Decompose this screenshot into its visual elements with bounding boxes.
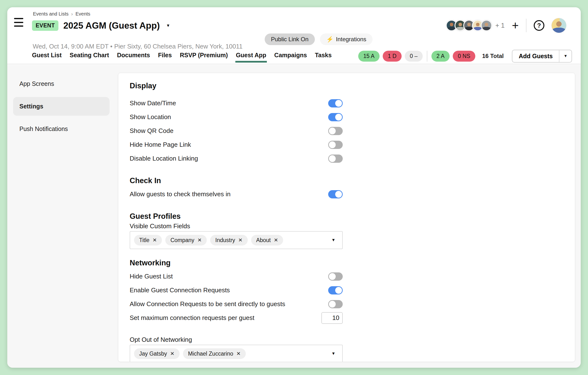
app-header: Events and Lists › Events EVENT 2025 AGM… [7, 7, 581, 64]
collaborator-avatars [446, 20, 492, 31]
remove-icon[interactable]: ✕ [198, 237, 202, 243]
setting-label: Show QR Code [130, 127, 174, 135]
toggle-hide-home-page-link[interactable] [328, 141, 343, 149]
toggle-show-qr-code[interactable] [328, 127, 343, 135]
chip-label: Michael Zuccarino [188, 351, 233, 357]
setting-label: Hide Home Page Link [130, 141, 191, 149]
toggle-knob [335, 114, 342, 120]
networking-heading: Networking [130, 258, 343, 268]
check-in-heading: Check In [130, 176, 343, 185]
chip-industry[interactable]: Industry✕ [210, 235, 247, 246]
guest-counters: 15 A1 D0 –2 A0 NS 16 Total Add Guests ▼ [358, 50, 572, 62]
setting-row-hide-home-page-link: Hide Home Page Link [130, 138, 343, 152]
public-link-toggle-pill[interactable]: Public Link On [265, 33, 315, 45]
toggle-knob [329, 128, 336, 134]
tab-guest-app[interactable]: Guest App [236, 49, 266, 61]
toggle-show-location[interactable] [328, 113, 343, 121]
tab-files[interactable]: Files [158, 49, 172, 61]
integrations-label: Integrations [336, 36, 366, 43]
guest-profiles-section: Guest Profiles Visible Custom Fields Tit… [130, 212, 343, 249]
setting-label: Allow Connection Requests to be sent dir… [130, 300, 285, 308]
max-connection-requests-input[interactable] [321, 312, 343, 324]
add-guests-caret-icon[interactable]: ▼ [559, 50, 572, 62]
chip-title[interactable]: Title✕ [134, 235, 162, 246]
chevron-right-icon: › [71, 11, 73, 17]
guest-total-label: 16 Total [482, 53, 504, 59]
tab-campaigns[interactable]: Campaigns [274, 49, 307, 61]
visible-custom-fields-label: Visible Custom Fields [130, 222, 343, 230]
display-section: Display Show Date/TimeShow LocationShow … [130, 81, 343, 165]
tab-tasks[interactable]: Tasks [315, 49, 332, 61]
toggle-show-date-time[interactable] [328, 99, 343, 107]
display-toggle-rows: Show Date/TimeShow LocationShow QR CodeH… [130, 96, 343, 165]
chip-about[interactable]: About✕ [251, 235, 283, 246]
desktop-background: { "header": { "breadcrumb": ["Events and… [0, 0, 588, 375]
chevron-down-icon[interactable]: ▼ [331, 238, 336, 243]
networking-section: Networking Hide Guest ListEnable Guest C… [130, 258, 343, 325]
toggle-allow-connection-requests-to-be-sent-directly-to-guests[interactable] [328, 300, 343, 308]
guest-profiles-heading: Guest Profiles [130, 212, 343, 221]
counter-1-d[interactable]: 1 D [383, 51, 402, 62]
sidebar-item-settings[interactable]: Settings [13, 97, 110, 116]
networking-toggle-rows: Hide Guest ListEnable Guest Connection R… [130, 269, 343, 311]
max-connection-requests-label: Set maximum connection requests per gues… [130, 314, 254, 322]
max-connection-requests-row: Set maximum connection requests per gues… [130, 311, 343, 325]
counter-15-a[interactable]: 15 A [358, 51, 379, 62]
display-heading: Display [130, 81, 343, 90]
opt-out-networking-select[interactable]: Jay Gatsby✕Michael Zuccarino✕▼ [130, 345, 343, 362]
toggle-disable-location-linking[interactable] [328, 154, 343, 163]
help-icon[interactable]: ? [534, 20, 544, 31]
header-divider [526, 19, 526, 32]
title-row: EVENT 2025 AGM (Guest App) ▼ [32, 20, 170, 31]
counter-0-ns[interactable]: 0 NS [453, 51, 475, 62]
breadcrumb-events[interactable]: Events [75, 11, 90, 17]
breadcrumb: Events and Lists › Events [33, 11, 90, 17]
chip-label: About [256, 237, 271, 244]
chip-michael-zuccarino[interactable]: Michael Zuccarino✕ [183, 348, 246, 359]
toggle-hide-guest-list[interactable] [328, 272, 343, 281]
tab-documents[interactable]: Documents [117, 49, 150, 61]
chevron-down-icon[interactable]: ▼ [331, 351, 336, 356]
user-profile-avatar[interactable] [552, 18, 566, 33]
chip-company[interactable]: Company✕ [165, 235, 207, 246]
opt-out-networking-label: Opt Out of Networking [130, 335, 343, 344]
counter-2-a[interactable]: 2 A [431, 51, 450, 62]
setting-row-enable-guest-connection-requests: Enable Guest Connection Requests [130, 283, 343, 297]
toggle-enable-guest-connection-requests[interactable] [328, 286, 343, 294]
chip-label: Title [139, 237, 149, 244]
counter-group-divider [427, 51, 427, 62]
counter-0[interactable]: 0 – [405, 51, 423, 62]
sidebar-item-push-notifications[interactable]: Push Notifications [13, 119, 110, 138]
setting-label: Allow guests to check themselves in [130, 190, 231, 198]
remove-icon[interactable]: ✕ [153, 237, 157, 243]
remove-icon[interactable]: ✕ [274, 237, 278, 243]
setting-label: Disable Location Linking [130, 155, 198, 162]
header-actions: + 1 + ? [446, 17, 566, 34]
menu-icon[interactable] [14, 18, 24, 27]
toggle-allow-guests-to-check-themselves-in[interactable] [328, 190, 343, 198]
setting-row-disable-location-linking: Disable Location Linking [130, 152, 343, 165]
integrations-pill[interactable]: ⚡ Integrations [320, 33, 373, 45]
avatar-5[interactable] [481, 20, 492, 31]
tab-seating-chart[interactable]: Seating Chart [70, 49, 109, 61]
title-dropdown-caret-icon[interactable]: ▼ [166, 23, 170, 28]
app-window: Events and Lists › Events EVENT 2025 AGM… [7, 7, 581, 368]
chip-jay-gatsby[interactable]: Jay Gatsby✕ [134, 348, 180, 359]
visible-custom-fields-select[interactable]: Title✕Company✕Industry✕About✕▼ [130, 231, 343, 249]
setting-row-show-date-time: Show Date/Time [130, 96, 343, 110]
add-collaborator-button[interactable]: + [512, 20, 519, 31]
setting-label: Show Date/Time [130, 99, 176, 107]
setting-row-allow-connection-requests-to-be-sent-directly-to-guests: Allow Connection Requests to be sent dir… [130, 297, 343, 311]
toggle-knob [335, 100, 342, 107]
add-guests-button[interactable]: Add Guests [512, 50, 559, 62]
breadcrumb-events-and-lists[interactable]: Events and Lists [33, 11, 69, 17]
toggle-knob [329, 301, 336, 308]
tab-guest-list[interactable]: Guest List [32, 49, 62, 61]
remove-icon[interactable]: ✕ [236, 351, 241, 357]
remove-icon[interactable]: ✕ [238, 237, 243, 243]
chip-label: Company [170, 237, 194, 244]
tab-rsvp-premium[interactable]: RSVP (Premium) [180, 49, 228, 61]
remove-icon[interactable]: ✕ [170, 351, 175, 357]
setting-label: Enable Guest Connection Requests [130, 287, 230, 294]
sidebar-item-app-screens[interactable]: App Screens [13, 75, 110, 93]
